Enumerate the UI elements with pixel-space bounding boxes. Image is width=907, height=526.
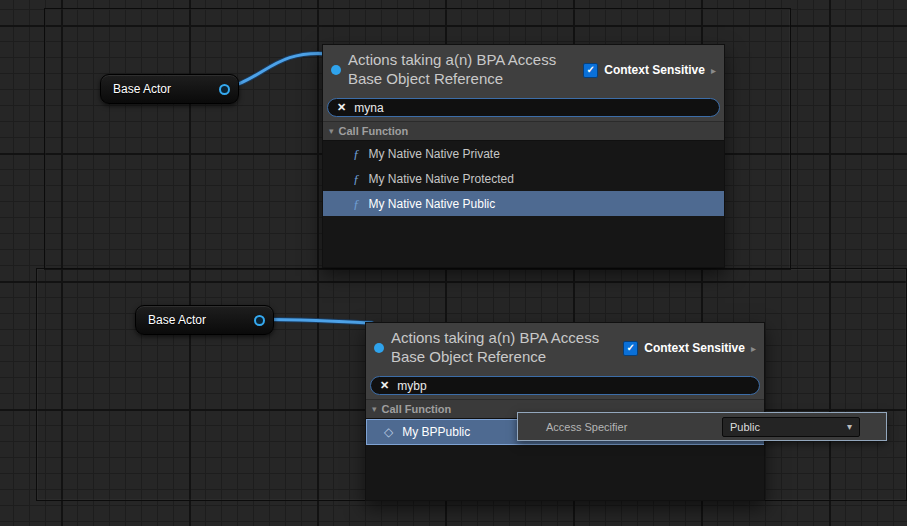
context-sensitive-toggle[interactable]: ✓ Context Sensitive ▸ bbox=[623, 341, 756, 356]
chevron-down-icon: ▾ bbox=[847, 422, 852, 432]
collapse-triangle-icon[interactable]: ▾ bbox=[372, 405, 377, 414]
node-label: Base Actor bbox=[148, 313, 245, 327]
function-icon: ƒ bbox=[353, 147, 360, 160]
base-actor-node-top[interactable]: Base Actor bbox=[100, 74, 239, 104]
object-output-pin-icon[interactable] bbox=[254, 315, 265, 326]
search-value: myna bbox=[354, 101, 383, 115]
collapse-triangle-icon[interactable]: ▾ bbox=[329, 127, 334, 136]
search-row: ✕ myna bbox=[323, 95, 724, 121]
context-sensitive-checkbox[interactable]: ✓ bbox=[623, 341, 638, 356]
check-icon: ✓ bbox=[587, 65, 595, 75]
object-pin-icon bbox=[374, 343, 384, 353]
menu-header: Actions taking a(n) BPA Access Base Obje… bbox=[323, 45, 724, 95]
chevron-right-icon[interactable]: ▸ bbox=[711, 65, 716, 76]
list-item-my-native-native-public[interactable]: ƒ My Native Native Public bbox=[323, 191, 724, 216]
menu-title: Actions taking a(n) BPA Access Base Obje… bbox=[348, 51, 576, 89]
search-row: ✕ mybp bbox=[366, 373, 764, 399]
access-specifier-tooltip: Access Specifier Public ▾ bbox=[517, 412, 887, 441]
function-list: ƒ My Native Native Private ƒ My Native N… bbox=[323, 141, 724, 267]
context-sensitive-label: Context Sensitive bbox=[644, 341, 745, 355]
search-value: mybp bbox=[397, 379, 426, 393]
base-actor-node-bottom[interactable]: Base Actor bbox=[135, 305, 274, 335]
list-item-my-native-native-protected[interactable]: ƒ My Native Native Protected bbox=[323, 166, 724, 191]
object-output-pin-icon[interactable] bbox=[219, 84, 230, 95]
context-sensitive-label: Context Sensitive bbox=[604, 63, 705, 77]
category-label: Call Function bbox=[382, 403, 452, 415]
function-icon: ƒ bbox=[353, 197, 360, 210]
category-call-function[interactable]: ▾ Call Function bbox=[323, 121, 724, 141]
list-item-my-native-native-private[interactable]: ƒ My Native Native Private bbox=[323, 141, 724, 166]
search-input[interactable]: ✕ mybp bbox=[370, 376, 760, 395]
item-label: My BPPublic bbox=[402, 425, 470, 439]
item-label: My Native Native Protected bbox=[369, 172, 514, 186]
context-menu-top: Actions taking a(n) BPA Access Base Obje… bbox=[322, 44, 725, 268]
check-icon: ✓ bbox=[627, 343, 635, 353]
menu-header: Actions taking a(n) BPA Access Base Obje… bbox=[366, 323, 764, 373]
category-label: Call Function bbox=[339, 125, 409, 137]
context-sensitive-toggle[interactable]: ✓ Context Sensitive ▸ bbox=[583, 63, 716, 78]
object-pin-icon bbox=[331, 65, 341, 75]
access-specifier-label: Access Specifier bbox=[546, 421, 627, 433]
blueprint-function-icon: ◇ bbox=[384, 426, 393, 438]
menu-title: Actions taking a(n) BPA Access Base Obje… bbox=[391, 329, 616, 367]
clear-search-icon[interactable]: ✕ bbox=[380, 380, 389, 391]
function-icon: ƒ bbox=[353, 172, 360, 185]
item-label: My Native Native Private bbox=[369, 147, 500, 161]
context-sensitive-checkbox[interactable]: ✓ bbox=[583, 63, 598, 78]
clear-search-icon[interactable]: ✕ bbox=[337, 102, 346, 113]
dropdown-value: Public bbox=[730, 421, 760, 433]
item-label: My Native Native Public bbox=[369, 197, 496, 211]
chevron-right-icon[interactable]: ▸ bbox=[751, 343, 756, 354]
node-label: Base Actor bbox=[113, 82, 210, 96]
search-input[interactable]: ✕ myna bbox=[327, 98, 720, 117]
access-specifier-dropdown[interactable]: Public ▾ bbox=[722, 417, 860, 437]
